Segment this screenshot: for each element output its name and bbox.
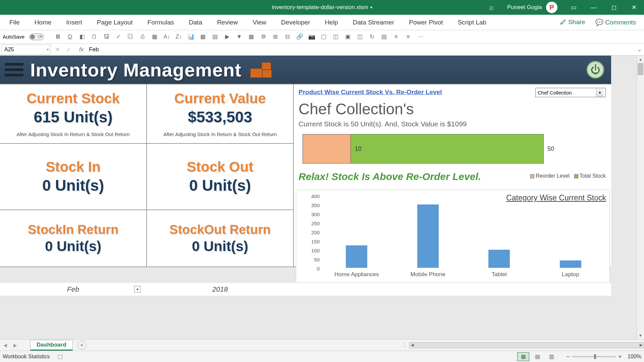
close-icon[interactable]: ✕ — [624, 0, 644, 15]
zoom-level[interactable]: 100% — [628, 354, 641, 360]
comments-button[interactable]: 💬 Comments — [595, 18, 636, 26]
pivot-icon[interactable]: ▦ — [198, 32, 208, 42]
maximize-icon[interactable]: ◻ — [604, 0, 624, 15]
stock-bar: 10 50 — [303, 134, 544, 164]
card-current-stock: Current Stock 615 Unit(s) After Adjustin… — [0, 84, 147, 144]
search-icon[interactable]: ⌕ — [489, 3, 494, 12]
border-icon[interactable]: ▢ — [319, 32, 328, 42]
name-box[interactable]: A25▾ — [1, 45, 50, 55]
tab-nav-next-icon[interactable]: ▶ — [10, 343, 20, 348]
tab-page-layout[interactable]: Page Layout — [90, 15, 140, 30]
underline-icon[interactable]: D — [65, 32, 75, 42]
scroll-up-icon[interactable]: ▲ — [637, 56, 644, 63]
tab-view[interactable]: View — [245, 15, 274, 30]
freeze-icon[interactable]: ▤ — [210, 32, 220, 42]
tab-data[interactable]: Data — [181, 15, 210, 30]
connections-icon[interactable]: 🔗 — [295, 32, 304, 42]
tab-script-lab[interactable]: Script Lab — [450, 15, 494, 30]
bar-2 — [488, 250, 510, 268]
group-icon[interactable]: ⊞ — [271, 32, 280, 42]
save-icon[interactable]: 🖫 — [102, 32, 111, 42]
vertical-scrollbar[interactable]: ▲ ▼ — [637, 56, 644, 339]
copy-icon[interactable]: ⿻ — [126, 32, 135, 42]
boxes-icon — [248, 60, 275, 80]
tab-insert[interactable]: Insert — [59, 15, 90, 30]
chart-icon[interactable]: 📊 — [186, 32, 196, 42]
fx-icon[interactable]: fx — [79, 46, 84, 53]
minimize-icon[interactable]: ― — [584, 0, 604, 15]
macro-record-icon[interactable]: ⬚ — [58, 353, 63, 360]
refresh-icon[interactable]: ↻ — [367, 32, 377, 42]
product-select[interactable]: Chef Collection▼ — [535, 88, 606, 97]
more-icon[interactable]: ⋯ — [416, 32, 425, 42]
table-icon[interactable]: ▦ — [247, 32, 256, 42]
formula-input[interactable]: Feb — [87, 46, 635, 53]
page-setup-icon[interactable]: ▤ — [379, 32, 389, 42]
spelling-icon[interactable]: ✓ — [114, 32, 123, 42]
tab-data-streamer[interactable]: Data Streamer — [345, 15, 402, 30]
print-icon[interactable]: ⎙ — [138, 32, 147, 42]
ribbon-display-icon[interactable]: ▭ — [564, 0, 584, 15]
tab-home[interactable]: Home — [27, 15, 59, 30]
bar-0 — [346, 245, 367, 268]
sort-desc-icon[interactable]: Z↓ — [174, 32, 183, 42]
ribbon-tabs: File Home Insert Page Layout Formulas Da… — [0, 15, 644, 30]
tab-review[interactable]: Review — [210, 15, 245, 30]
print-preview-icon[interactable]: ▦ — [150, 32, 159, 42]
merge-left-icon[interactable]: ◫ — [331, 32, 340, 42]
vba-icon[interactable]: ⚙ — [259, 32, 268, 42]
tab-power-pivot[interactable]: Power Pivot — [401, 15, 450, 30]
normal-view-icon[interactable]: ▦ — [517, 352, 529, 361]
ungroup-icon[interactable]: ⊟ — [283, 32, 292, 42]
tab-help[interactable]: Help — [318, 15, 345, 30]
workbook-statistics[interactable]: Workbook Statistics — [3, 354, 50, 360]
share-button[interactable]: 🖉 Share — [560, 18, 585, 26]
scrollbar-thumb[interactable] — [638, 63, 643, 75]
chevron-down-icon[interactable]: ▼ — [596, 88, 603, 97]
decrease-indent-icon[interactable]: ≡ — [391, 32, 401, 42]
quick-access-toolbar: AutoSave Off B D ◧ 🗋 🖫 ✓ ⿻ ⎙ ▦ A↓ Z↓ 📊 ▦… — [0, 30, 644, 44]
page-layout-view-icon[interactable]: ▤ — [531, 352, 543, 361]
tab-file[interactable]: File — [2, 15, 27, 30]
horizontal-scrollbar[interactable]: ◀ ▶ — [409, 342, 644, 348]
cancel-formula-icon[interactable]: ✕ — [55, 46, 60, 53]
formula-bar: A25▾ ✕ ✓ fx Feb ⌄ — [0, 44, 644, 56]
category-label: Mobile Phone — [411, 271, 445, 278]
autosave-toggle[interactable]: Off — [29, 34, 44, 40]
expand-formula-icon[interactable]: ⌄ — [635, 46, 644, 53]
month-select[interactable]: Feb ▼ — [0, 283, 147, 296]
macros-icon[interactable]: ▶ — [222, 32, 232, 42]
merge-right-icon[interactable]: ◫ — [355, 32, 365, 42]
increase-indent-icon[interactable]: ≡ — [404, 32, 413, 42]
filter-icon[interactable]: ▼ — [234, 32, 244, 42]
dropdown-icon[interactable]: ▾ — [370, 5, 372, 10]
tab-formulas[interactable]: Formulas — [140, 15, 181, 30]
title-bar: inventory-template-dollar-version.xlsm ▾… — [0, 0, 644, 15]
zoom-out-icon[interactable]: − — [566, 354, 569, 360]
zoom-in-icon[interactable]: + — [619, 354, 622, 360]
card-stock-out: Stock Out 0 Unit(s) — [147, 144, 294, 210]
card-stock-in: Stock In 0 Unit(s) — [0, 144, 147, 210]
page-break-view-icon[interactable]: ▥ — [545, 352, 557, 361]
sort-asc-icon[interactable]: A↓ — [162, 32, 171, 42]
merge-center-icon[interactable]: ▣ — [343, 32, 353, 42]
zoom-slider[interactable] — [572, 356, 616, 357]
enter-formula-icon[interactable]: ✓ — [66, 46, 71, 53]
camera-icon[interactable]: 📷 — [307, 32, 316, 42]
menu-icon[interactable] — [5, 60, 23, 79]
year-label: 2018 — [147, 283, 294, 296]
sheet-tab-dashboard[interactable]: Dashboard — [30, 340, 73, 351]
add-sheet-icon[interactable]: + — [77, 341, 86, 350]
new-file-icon[interactable]: 🗋 — [90, 32, 99, 42]
fill-color-icon[interactable]: ◧ — [77, 32, 87, 42]
chevron-down-icon[interactable]: ▼ — [134, 286, 141, 293]
product-sub: Current Stock is 50 Unit(s). And, Stock … — [299, 120, 606, 128]
power-icon[interactable]: ⏻ — [586, 61, 604, 79]
scroll-down-icon[interactable]: ▼ — [637, 332, 644, 339]
tab-developer[interactable]: Developer — [274, 15, 318, 30]
bold-icon[interactable]: B — [53, 32, 63, 42]
tab-nav-prev-icon[interactable]: ◀ — [0, 343, 10, 348]
product-name: Chef Collection's — [299, 100, 606, 118]
worksheet-area[interactable]: Inventory Management ⏻ Current Stock 615… — [0, 56, 644, 339]
avatar[interactable]: P — [546, 2, 557, 13]
